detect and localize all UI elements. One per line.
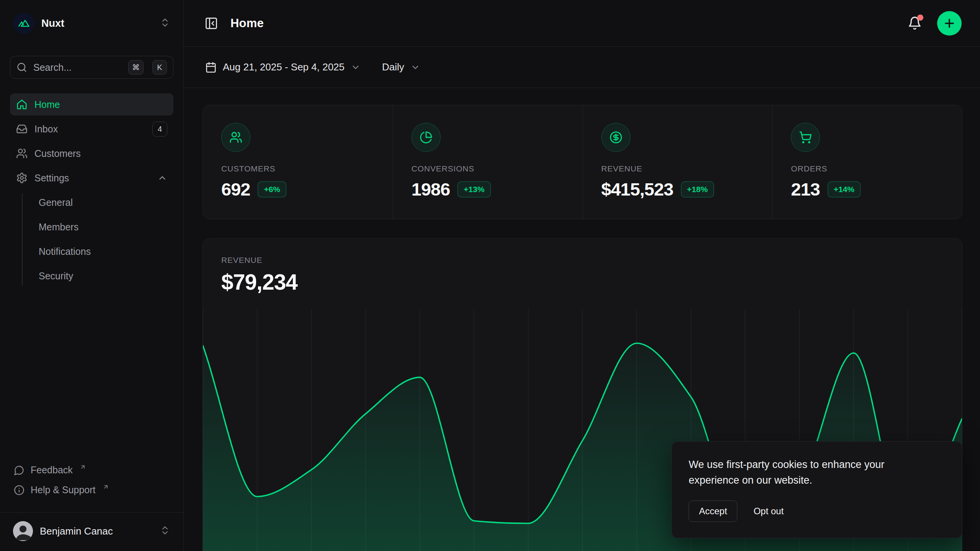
chevron-down-icon: [351, 62, 361, 72]
sidebar-item-label: Home: [34, 99, 60, 110]
main-area: Home Aug 21, 2: [184, 0, 980, 551]
workspace-name: Nuxt: [41, 18, 153, 29]
stats-summary: CUSTOMERS 692 +6% CONVERSIONS 1986 +13%: [203, 105, 962, 219]
notification-dot: [917, 15, 923, 21]
settings-sub-nav: General Members Notifications Security: [22, 191, 173, 289]
revenue-chart-value: $79,234: [221, 269, 944, 295]
pie-chart-icon: [412, 123, 441, 152]
add-button[interactable]: [937, 11, 962, 36]
stat-customers[interactable]: CUSTOMERS 692 +6%: [203, 105, 393, 219]
cookie-actions: Accept Opt out: [689, 500, 945, 522]
chevrons-up-down-icon: [160, 17, 170, 29]
stat-delta-badge: +14%: [828, 181, 861, 197]
users-icon: [221, 123, 250, 152]
sidebar-item-security[interactable]: Security: [22, 265, 173, 287]
dollar-circle-icon: [601, 123, 630, 152]
help-support-link[interactable]: Help & Support: [10, 480, 173, 500]
page-title: Home: [230, 16, 264, 30]
sub-item-label: General: [39, 197, 73, 208]
external-link-icon: [80, 464, 86, 470]
chevron-up-icon: [157, 173, 167, 183]
chat-bubble-icon: [14, 465, 24, 476]
sidebar-collapse-button[interactable]: [202, 14, 220, 33]
chevron-down-icon: [410, 62, 420, 72]
stat-label: CUSTOMERS: [221, 164, 374, 173]
sidebar-item-general[interactable]: General: [22, 191, 173, 214]
sidebar-item-settings[interactable]: Settings: [10, 167, 173, 189]
sidebar-item-home[interactable]: Home: [10, 93, 173, 116]
notifications-button[interactable]: [906, 15, 923, 32]
kbd-cmd: ⌘: [128, 60, 144, 75]
date-range-picker[interactable]: Aug 21, 2025 - Sep 4, 2025: [199, 56, 367, 78]
external-link-icon: [103, 484, 109, 490]
nuxt-logo-icon: [13, 13, 34, 34]
sidebar-item-label: Settings: [34, 173, 69, 184]
search-input[interactable]: Search... ⌘ K: [10, 56, 173, 79]
stat-label: REVENUE: [601, 164, 754, 173]
user-menu[interactable]: Benjamin Canac: [10, 513, 173, 551]
inbox-count-badge: 4: [152, 122, 167, 137]
revenue-chart-header: REVENUE $79,234: [203, 239, 962, 295]
stat-delta-badge: +6%: [258, 181, 286, 197]
stat-delta-badge: +18%: [681, 181, 714, 197]
plus-icon: [943, 17, 956, 30]
chevrons-up-down-icon: [160, 525, 170, 537]
cookie-optout-button[interactable]: Opt out: [751, 501, 786, 522]
sidebar-item-inbox[interactable]: Inbox 4: [10, 118, 173, 140]
stat-label: CONVERSIONS: [412, 164, 564, 173]
app-window: Nuxt Search... ⌘ K Home: [0, 0, 980, 551]
cookie-accept-button[interactable]: Accept: [689, 500, 737, 522]
interval-label: Daily: [382, 61, 404, 73]
filters-toolbar: Aug 21, 2025 - Sep 4, 2025 Daily: [184, 47, 980, 88]
stat-value: 692: [221, 179, 250, 200]
revenue-chart-label: REVENUE: [221, 256, 944, 265]
inbox-icon: [16, 123, 28, 135]
stat-delta-badge: +13%: [457, 181, 490, 197]
sidebar-item-members[interactable]: Members: [22, 216, 173, 238]
sidebar-spacer: [10, 289, 173, 460]
stat-label: ORDERS: [791, 164, 944, 173]
date-range-label: Aug 21, 2025 - Sep 4, 2025: [223, 61, 345, 73]
search-placeholder: Search...: [33, 62, 119, 73]
kbd-k: K: [152, 60, 167, 75]
interval-select[interactable]: Daily: [376, 56, 426, 78]
sidebar-item-notifications[interactable]: Notifications: [22, 240, 173, 262]
sidebar-item-customers[interactable]: Customers: [10, 142, 173, 165]
avatar: [13, 521, 33, 541]
sidebar-item-label: Customers: [34, 148, 81, 159]
feedback-label: Feedback: [31, 465, 73, 476]
sidebar-item-label: Inbox: [34, 124, 58, 135]
stat-orders[interactable]: ORDERS 213 +14%: [772, 105, 962, 219]
header-actions: [906, 11, 962, 36]
gear-icon: [16, 172, 28, 184]
sidebar: Nuxt Search... ⌘ K Home: [0, 0, 184, 551]
cart-icon: [791, 123, 820, 152]
sidebar-footer: Feedback Help & Support: [10, 460, 173, 507]
stat-conversions[interactable]: CONVERSIONS 1986 +13%: [393, 105, 583, 219]
cookie-banner: We use first-party cookies to enhance yo…: [671, 441, 962, 538]
stat-value: 1986: [412, 179, 450, 200]
page-header: Home: [184, 0, 980, 47]
cookie-message: We use first-party cookies to enhance yo…: [689, 457, 934, 488]
calendar-icon: [205, 62, 217, 73]
search-icon: [16, 62, 27, 73]
help-support-label: Help & Support: [31, 484, 96, 496]
stat-revenue[interactable]: REVENUE $415,523 +18%: [583, 105, 773, 219]
sidebar-nav: Home Inbox 4 Customers Settings: [10, 93, 173, 289]
stat-value: 213: [791, 179, 820, 200]
sub-item-label: Members: [39, 222, 78, 233]
info-circle-icon: [14, 485, 24, 496]
feedback-link[interactable]: Feedback: [10, 460, 173, 480]
sub-item-label: Security: [39, 271, 73, 282]
stat-value: $415,523: [601, 179, 673, 200]
sub-item-label: Notifications: [39, 246, 91, 257]
user-name: Benjamin Canac: [40, 525, 153, 537]
users-icon: [16, 148, 28, 159]
workspace-selector[interactable]: Nuxt: [10, 12, 173, 34]
home-icon: [16, 99, 28, 110]
panel-left-close-icon: [204, 16, 218, 30]
